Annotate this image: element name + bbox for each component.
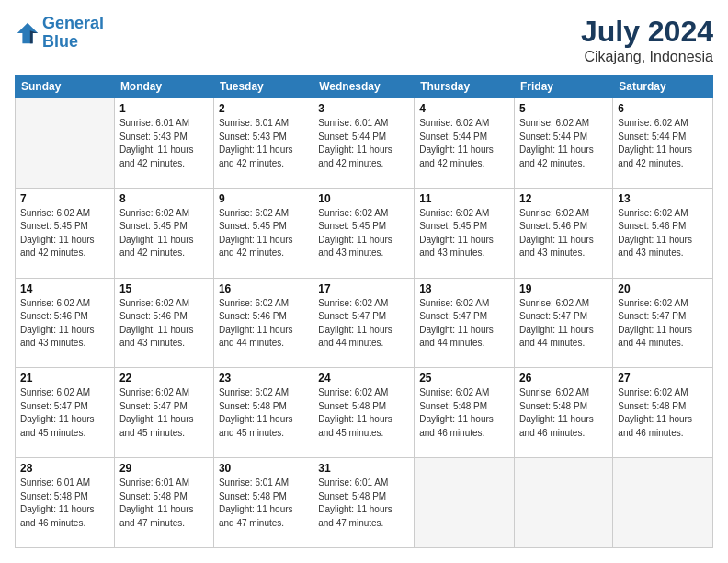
day-detail: Sunrise: 6:02 AM Sunset: 5:46 PM Dayligh… [20, 297, 109, 350]
calendar-cell: 3Sunrise: 6:01 AM Sunset: 5:44 PM Daylig… [313, 98, 415, 189]
calendar-cell: 25Sunrise: 6:02 AM Sunset: 5:48 PM Dayli… [415, 368, 515, 458]
column-header-thursday: Thursday [415, 75, 515, 98]
calendar-cell: 15Sunrise: 6:02 AM Sunset: 5:46 PM Dayli… [114, 278, 213, 368]
day-detail: Sunrise: 6:01 AM Sunset: 5:48 PM Dayligh… [318, 477, 409, 530]
day-number: 26 [519, 372, 608, 385]
day-number: 2 [219, 102, 308, 115]
column-header-wednesday: Wednesday [313, 75, 415, 98]
day-number: 22 [119, 372, 209, 385]
calendar-cell: 31Sunrise: 6:01 AM Sunset: 5:48 PM Dayli… [313, 458, 415, 548]
day-number: 13 [618, 192, 708, 205]
day-number: 30 [219, 462, 308, 475]
day-number: 4 [419, 102, 509, 115]
day-number: 3 [318, 102, 409, 115]
day-detail: Sunrise: 6:02 AM Sunset: 5:45 PM Dayligh… [20, 207, 109, 260]
day-detail: Sunrise: 6:02 AM Sunset: 5:45 PM Dayligh… [419, 207, 509, 260]
day-number: 18 [419, 282, 509, 295]
day-detail: Sunrise: 6:02 AM Sunset: 5:46 PM Dayligh… [519, 207, 608, 260]
calendar-cell: 20Sunrise: 6:02 AM Sunset: 5:47 PM Dayli… [613, 278, 713, 368]
day-number: 23 [219, 372, 308, 385]
calendar-cell [16, 98, 115, 189]
calendar-cell: 8Sunrise: 6:02 AM Sunset: 5:45 PM Daylig… [114, 188, 213, 278]
day-number: 20 [618, 282, 708, 295]
column-header-sunday: Sunday [16, 75, 115, 98]
day-detail: Sunrise: 6:02 AM Sunset: 5:48 PM Dayligh… [419, 386, 509, 440]
day-number: 7 [20, 192, 109, 205]
day-number: 24 [318, 372, 409, 385]
calendar-cell: 9Sunrise: 6:02 AM Sunset: 5:45 PM Daylig… [213, 188, 313, 278]
calendar-cell [515, 458, 613, 548]
day-detail: Sunrise: 6:02 AM Sunset: 5:47 PM Dayligh… [519, 297, 608, 350]
day-detail: Sunrise: 6:02 AM Sunset: 5:44 PM Dayligh… [519, 117, 608, 170]
day-number: 6 [618, 102, 708, 115]
day-detail: Sunrise: 6:02 AM Sunset: 5:47 PM Dayligh… [618, 297, 708, 350]
calendar-cell [613, 458, 713, 548]
calendar-cell: 24Sunrise: 6:02 AM Sunset: 5:48 PM Dayli… [313, 368, 415, 458]
day-number: 19 [519, 282, 608, 295]
day-detail: Sunrise: 6:02 AM Sunset: 5:48 PM Dayligh… [318, 386, 409, 440]
day-detail: Sunrise: 6:02 AM Sunset: 5:47 PM Dayligh… [419, 297, 509, 350]
location: Cikajang, Indonesia [581, 49, 713, 65]
day-detail: Sunrise: 6:02 AM Sunset: 5:45 PM Dayligh… [318, 207, 409, 260]
day-detail: Sunrise: 6:02 AM Sunset: 5:48 PM Dayligh… [618, 386, 708, 440]
day-detail: Sunrise: 6:02 AM Sunset: 5:48 PM Dayligh… [219, 386, 308, 440]
calendar-week-5: 28Sunrise: 6:01 AM Sunset: 5:48 PM Dayli… [16, 458, 713, 548]
day-number: 12 [519, 192, 608, 205]
day-detail: Sunrise: 6:01 AM Sunset: 5:43 PM Dayligh… [119, 117, 209, 170]
day-detail: Sunrise: 6:02 AM Sunset: 5:45 PM Dayligh… [119, 207, 209, 260]
day-detail: Sunrise: 6:02 AM Sunset: 5:47 PM Dayligh… [20, 386, 109, 440]
calendar-cell: 18Sunrise: 6:02 AM Sunset: 5:47 PM Dayli… [415, 278, 515, 368]
calendar-cell: 30Sunrise: 6:01 AM Sunset: 5:48 PM Dayli… [213, 458, 313, 548]
logo-line2: Blue [42, 32, 78, 51]
column-header-friday: Friday [515, 75, 613, 98]
calendar-cell: 4Sunrise: 6:02 AM Sunset: 5:44 PM Daylig… [415, 98, 515, 189]
calendar-cell: 13Sunrise: 6:02 AM Sunset: 5:46 PM Dayli… [613, 188, 713, 278]
day-detail: Sunrise: 6:02 AM Sunset: 5:47 PM Dayligh… [318, 297, 409, 350]
day-detail: Sunrise: 6:02 AM Sunset: 5:48 PM Dayligh… [519, 386, 608, 440]
day-detail: Sunrise: 6:01 AM Sunset: 5:48 PM Dayligh… [219, 477, 308, 530]
day-number: 15 [119, 282, 209, 295]
day-detail: Sunrise: 6:02 AM Sunset: 5:47 PM Dayligh… [119, 386, 209, 440]
day-detail: Sunrise: 6:02 AM Sunset: 5:46 PM Dayligh… [219, 297, 308, 350]
logo-text: General Blue [42, 15, 104, 52]
day-number: 11 [419, 192, 509, 205]
logo-line1: General [42, 14, 104, 32]
header: General Blue July 2024 Cikajang, Indones… [15, 15, 713, 65]
day-number: 25 [419, 372, 509, 385]
calendar-week-2: 7Sunrise: 6:02 AM Sunset: 5:45 PM Daylig… [16, 188, 713, 278]
column-header-saturday: Saturday [613, 75, 713, 98]
calendar-cell: 26Sunrise: 6:02 AM Sunset: 5:48 PM Dayli… [515, 368, 613, 458]
title-area: July 2024 Cikajang, Indonesia [581, 15, 713, 65]
day-number: 14 [20, 282, 109, 295]
calendar-cell: 14Sunrise: 6:02 AM Sunset: 5:46 PM Dayli… [16, 278, 115, 368]
day-number: 8 [119, 192, 209, 205]
calendar-cell: 28Sunrise: 6:01 AM Sunset: 5:48 PM Dayli… [16, 458, 115, 548]
day-number: 16 [219, 282, 308, 295]
day-number: 31 [318, 462, 409, 475]
page: General Blue July 2024 Cikajang, Indones… [0, 0, 728, 563]
calendar-header-row: SundayMondayTuesdayWednesdayThursdayFrid… [16, 75, 713, 98]
day-number: 10 [318, 192, 409, 205]
calendar-cell: 23Sunrise: 6:02 AM Sunset: 5:48 PM Dayli… [213, 368, 313, 458]
day-number: 28 [20, 462, 109, 475]
calendar-week-4: 21Sunrise: 6:02 AM Sunset: 5:47 PM Dayli… [16, 368, 713, 458]
day-detail: Sunrise: 6:01 AM Sunset: 5:48 PM Dayligh… [20, 477, 109, 530]
day-number: 17 [318, 282, 409, 295]
column-header-monday: Monday [114, 75, 213, 98]
calendar-week-3: 14Sunrise: 6:02 AM Sunset: 5:46 PM Dayli… [16, 278, 713, 368]
calendar-cell: 12Sunrise: 6:02 AM Sunset: 5:46 PM Dayli… [515, 188, 613, 278]
day-number: 5 [519, 102, 608, 115]
calendar-cell: 21Sunrise: 6:02 AM Sunset: 5:47 PM Dayli… [16, 368, 115, 458]
calendar-cell: 16Sunrise: 6:02 AM Sunset: 5:46 PM Dayli… [213, 278, 313, 368]
logo-icon [15, 20, 40, 46]
calendar-cell: 7Sunrise: 6:02 AM Sunset: 5:45 PM Daylig… [16, 188, 115, 278]
day-number: 29 [119, 462, 209, 475]
day-number: 21 [20, 372, 109, 385]
day-detail: Sunrise: 6:02 AM Sunset: 5:45 PM Dayligh… [219, 207, 308, 260]
day-detail: Sunrise: 6:01 AM Sunset: 5:44 PM Dayligh… [318, 117, 409, 170]
calendar-cell: 6Sunrise: 6:02 AM Sunset: 5:44 PM Daylig… [613, 98, 713, 189]
calendar-week-1: 1Sunrise: 6:01 AM Sunset: 5:43 PM Daylig… [16, 98, 713, 189]
calendar: SundayMondayTuesdayWednesdayThursdayFrid… [15, 75, 713, 548]
calendar-cell: 19Sunrise: 6:02 AM Sunset: 5:47 PM Dayli… [515, 278, 613, 368]
calendar-cell [415, 458, 515, 548]
